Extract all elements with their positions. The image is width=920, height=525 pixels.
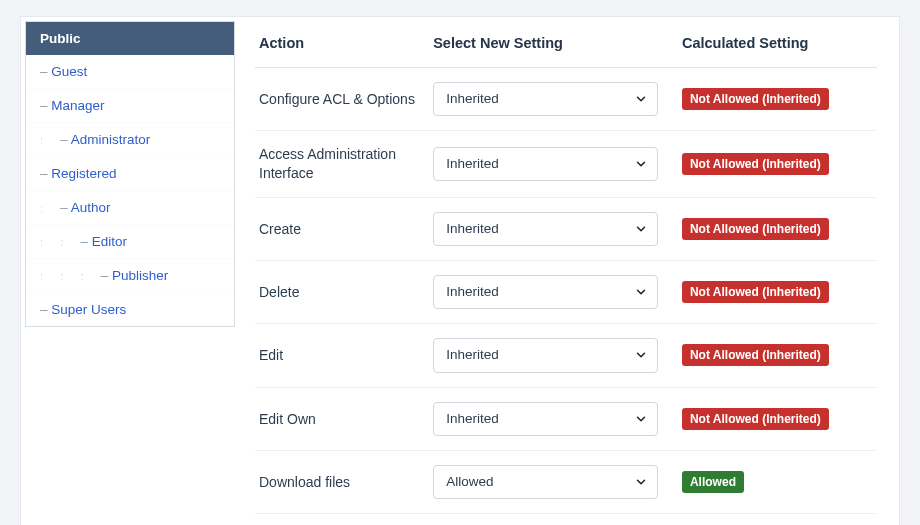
permission-select[interactable]: Inherited — [433, 147, 658, 181]
permission-action-label: Upload files on frontend — [255, 513, 429, 525]
permission-action-label: Configure ACL & Options — [255, 68, 429, 131]
permission-row: Download filesAllowedAllowed — [255, 450, 877, 513]
calculated-badge: Not Allowed (Inherited) — [682, 408, 829, 430]
calculated-badge: Allowed — [682, 471, 744, 493]
permission-action-label: Edit Own — [255, 387, 429, 450]
main-layout: Public – Guest– Manager: – Administrator… — [20, 16, 900, 525]
sidebar-item[interactable]: : – Administrator — [26, 123, 234, 157]
calculated-badge: Not Allowed (Inherited) — [682, 218, 829, 240]
select-display[interactable]: Inherited — [433, 212, 658, 246]
select-display[interactable]: Inherited — [433, 338, 658, 372]
permission-select-cell: Inherited — [429, 324, 678, 387]
permission-calculated-cell: Allowed — [678, 450, 877, 513]
permission-row: Access Administration InterfaceInherited… — [255, 131, 877, 198]
permission-select[interactable]: Inherited — [433, 338, 658, 372]
permission-row: EditInheritedNot Allowed (Inherited) — [255, 324, 877, 387]
permission-action-label: Create — [255, 197, 429, 260]
select-display[interactable]: Allowed — [433, 465, 658, 499]
calculated-badge: Not Allowed (Inherited) — [682, 281, 829, 303]
permission-row: Edit OwnInheritedNot Allowed (Inherited) — [255, 387, 877, 450]
sidebar-item-label: Manager — [51, 98, 104, 113]
permission-action-label: Edit — [255, 324, 429, 387]
permission-select[interactable]: Inherited — [433, 82, 658, 116]
permission-action-label: Download files — [255, 450, 429, 513]
sidebar-item[interactable]: – Registered — [26, 157, 234, 191]
permission-row: Configure ACL & OptionsInheritedNot Allo… — [255, 68, 877, 131]
permission-calculated-cell: Not Allowed (Inherited) — [678, 324, 877, 387]
select-display[interactable]: Inherited — [433, 82, 658, 116]
select-display[interactable]: Inherited — [433, 402, 658, 436]
permission-row: CreateInheritedNot Allowed (Inherited) — [255, 197, 877, 260]
sidebar-item-label: Publisher — [112, 268, 168, 283]
sidebar-item[interactable]: – Guest — [26, 55, 234, 89]
permission-select-cell: Inherited — [429, 131, 678, 198]
column-header-calc: Calculated Setting — [678, 25, 877, 68]
permission-select[interactable]: Inherited — [433, 275, 658, 309]
sidebar-item[interactable]: – Super Users — [26, 293, 234, 326]
permission-select[interactable]: Inherited — [433, 212, 658, 246]
calculated-badge: Not Allowed (Inherited) — [682, 88, 829, 110]
calculated-badge: Not Allowed (Inherited) — [682, 153, 829, 175]
sidebar-item-label: Registered — [51, 166, 116, 181]
sidebar-item-label: Administrator — [71, 132, 151, 147]
permissions-table: Action Select New Setting Calculated Set… — [255, 25, 877, 525]
sidebar-item-label: Super Users — [51, 302, 126, 317]
permission-calculated-cell: Not Allowed (Inherited) — [678, 68, 877, 131]
permission-calculated-cell: Not Allowed (Inherited) — [678, 197, 877, 260]
permission-select-cell: InheritedInheritedAllowedDenied — [429, 513, 678, 525]
permission-row: Upload files on frontendInheritedInherit… — [255, 513, 877, 525]
sidebar-active-group[interactable]: Public — [26, 22, 234, 55]
permission-calculated-cell: Not Allowed (Inherited) — [678, 131, 877, 198]
permission-select-cell: Allowed — [429, 450, 678, 513]
permission-select-cell: Inherited — [429, 387, 678, 450]
permission-calculated-cell: Not Allowed (Inherited) — [678, 387, 877, 450]
sidebar-item-label: Editor — [92, 234, 127, 249]
permission-calculated-cell: Not Allowed (Inherited) — [678, 513, 877, 525]
sidebar-item[interactable]: – Manager — [26, 89, 234, 123]
calculated-badge: Not Allowed (Inherited) — [682, 344, 829, 366]
select-display[interactable]: Inherited — [433, 147, 658, 181]
column-header-action: Action — [255, 25, 429, 68]
permission-select-cell: Inherited — [429, 197, 678, 260]
permission-select[interactable]: Allowed — [433, 465, 658, 499]
permission-row: DeleteInheritedNot Allowed (Inherited) — [255, 261, 877, 324]
permission-action-label: Access Administration Interface — [255, 131, 429, 198]
permission-select-cell: Inherited — [429, 68, 678, 131]
sidebar-item-label: Author — [71, 200, 111, 215]
sidebar-item[interactable]: : – Author — [26, 191, 234, 225]
permission-select-cell: Inherited — [429, 261, 678, 324]
sidebar-item[interactable]: : : : – Publisher — [26, 259, 234, 293]
permission-calculated-cell: Not Allowed (Inherited) — [678, 261, 877, 324]
permission-select[interactable]: Inherited — [433, 402, 658, 436]
permission-action-label: Delete — [255, 261, 429, 324]
select-display[interactable]: Inherited — [433, 275, 658, 309]
column-header-select: Select New Setting — [429, 25, 678, 68]
sidebar-item[interactable]: : : – Editor — [26, 225, 234, 259]
permissions-panel: Action Select New Setting Calculated Set… — [255, 21, 895, 525]
sidebar-item-label: Guest — [51, 64, 87, 79]
sidebar: Public – Guest– Manager: – Administrator… — [25, 21, 235, 327]
